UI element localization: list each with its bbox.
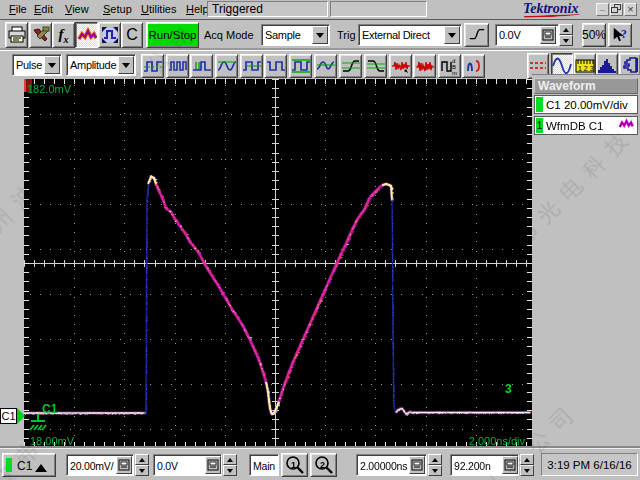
vertical-offset-field-spinner	[223, 454, 237, 476]
horizontal-scale-field-keypad-button[interactable]	[409, 456, 425, 474]
measure-group-select-value: Amplitude	[70, 59, 116, 71]
measure-button-meas-over[interactable]	[289, 54, 312, 78]
keypad-icon	[411, 459, 423, 471]
minimize-button[interactable]: _	[596, 3, 609, 16]
set-to-50-percent-button[interactable]: 50%	[582, 23, 606, 47]
horizontal-scale-field-spinner	[428, 454, 442, 476]
horizontal-position-field[interactable]: 92.200n	[450, 454, 519, 476]
measure-button-meas-neg[interactable]	[264, 54, 287, 78]
vertical-scale-field-spinner-up-button[interactable]	[135, 454, 149, 465]
mag1-view-button-digit: 1	[291, 460, 296, 470]
spin-up-icon	[139, 455, 145, 462]
menu-item-setup[interactable]: Setup	[102, 1, 133, 18]
toolbar-button-tools[interactable]	[29, 22, 52, 48]
meas-neg-icon	[266, 56, 286, 76]
acq-mode-select[interactable]: Sample	[261, 24, 330, 46]
minimize-icon: _	[600, 2, 605, 12]
vertical-offset-field-keypad-button[interactable]	[205, 456, 221, 474]
channel-color-stripe	[6, 458, 12, 472]
measure-button-meas-square1[interactable]	[141, 54, 164, 78]
measure-button-meas-round[interactable]	[215, 54, 238, 78]
waveform-list-row-2[interactable]: 1WfmDB C1	[534, 116, 638, 135]
meas-noise2-icon	[415, 56, 435, 76]
channel-select-button[interactable]: C1	[2, 453, 56, 477]
ruler-123-icon: 1 2 3	[575, 56, 595, 76]
measure-button-meas-mpulse[interactable]	[462, 54, 485, 78]
vertical-scale-field-spinner-down-button[interactable]	[135, 465, 149, 476]
run-stop-button[interactable]: Run/Stop	[146, 22, 199, 48]
vertical-scale-field-keypad-button[interactable]	[116, 456, 132, 474]
meas-square2-icon	[168, 56, 188, 76]
toolbar-button-pulse-fit[interactable]	[98, 22, 121, 48]
measure-group-select[interactable]: Amplitude	[66, 54, 136, 76]
horizontal-scale-field-spinner-down-button[interactable]	[428, 465, 442, 476]
horizontal-scale-field-spinner-up-button[interactable]	[428, 454, 442, 465]
horizontal-position-field-spinner-down-button[interactable]	[520, 465, 534, 476]
menu-item-edit[interactable]: Edit	[33, 1, 54, 18]
mag1-view-button[interactable]: 1	[281, 453, 308, 477]
trig-level-keypad-button[interactable]	[540, 26, 556, 44]
measure-button-meas-noise2[interactable]	[413, 54, 436, 78]
measure-button-meas-square2[interactable]	[166, 54, 189, 78]
measure-button-meas-dbm[interactable]: dBm	[438, 54, 461, 78]
waveform-list-row-1[interactable]: C1 20.00mV/div	[534, 95, 638, 114]
menu-item-help[interactable]: Help	[185, 1, 210, 18]
mag2-view-button-digit: 2	[320, 460, 325, 470]
rising-slope-icon	[467, 26, 487, 44]
close-icon: ×	[627, 3, 633, 15]
svg-text:m: m	[452, 70, 457, 76]
context-help-button[interactable]: ?	[608, 23, 632, 47]
restore-button[interactable]	[610, 3, 623, 16]
vertical-offset-field[interactable]: 0.0V	[153, 454, 222, 476]
channel-position-marker[interactable]: C1	[0, 408, 24, 424]
trig-source-select-dropdown-button[interactable]	[444, 26, 460, 44]
trig-level-spinner-up-button[interactable]	[559, 24, 573, 35]
vertical-offset-field-spinner-up-button[interactable]	[223, 454, 237, 465]
trig-slope-button[interactable]	[464, 23, 489, 47]
vertical-offset-field-spinner-down-button[interactable]	[223, 465, 237, 476]
measure-button-meas-noise1[interactable]	[389, 54, 412, 78]
measure-button-meas-fall[interactable]	[364, 54, 387, 78]
toolbar-button-fx[interactable]: fx	[52, 22, 75, 48]
ground-reference-icon	[27, 413, 49, 437]
measure-button-meas-round2[interactable]	[314, 54, 337, 78]
channel-marker-arrow-icon	[17, 408, 25, 424]
horizontal-position-field-spinner-up-button[interactable]	[520, 454, 534, 465]
horizontal-position-field-spinner	[520, 454, 534, 476]
mag2-view-button[interactable]: 2	[310, 453, 337, 477]
chevron-down-icon	[122, 63, 130, 72]
menu-item-utilities[interactable]: Utilities	[140, 1, 177, 18]
measure-category-select[interactable]: Pulse	[12, 54, 62, 76]
bottom-scale-readout: 18.00mV	[30, 436, 74, 447]
measure-group-select-dropdown-button[interactable]	[118, 56, 134, 74]
toolbar-button-printer[interactable]	[5, 22, 28, 48]
clock-display: 3:19 PM 6/16/16	[541, 453, 638, 476]
acq-mode-select-dropdown-button[interactable]	[312, 26, 328, 44]
toolbar-button-purple-wave[interactable]	[75, 22, 98, 48]
vertical-scale-field-spinner	[135, 454, 149, 476]
aux-status-box	[330, 1, 427, 17]
menu-item-view[interactable]: View	[64, 1, 90, 18]
main-timebase-button[interactable]: Main	[249, 454, 279, 476]
waveform-row-color-stripe	[536, 97, 543, 112]
spin-up-icon	[524, 455, 530, 462]
measure-button-meas-burst[interactable]	[190, 54, 213, 78]
svg-text:?: ?	[621, 28, 627, 41]
measure-button-meas-rise[interactable]	[339, 54, 362, 78]
close-button[interactable]: ×	[624, 3, 637, 16]
spin-down-icon	[139, 469, 145, 476]
vertical-scale-field[interactable]: 20.00mV/	[66, 454, 134, 476]
horizontal-position-field-keypad-button[interactable]	[502, 456, 518, 474]
keypad-icon	[118, 459, 130, 471]
horizontal-scale-field[interactable]: 2.00000ns	[356, 454, 427, 476]
trig-level-spinner-down-button[interactable]	[559, 35, 573, 46]
trig-source-select[interactable]: External Direct	[358, 24, 462, 46]
trig-level-field[interactable]: 0.0V	[495, 24, 559, 46]
measure-category-select-dropdown-button[interactable]	[44, 56, 60, 74]
tools-icon	[31, 25, 51, 45]
menu-item-file[interactable]: File	[8, 1, 28, 18]
toolbar-button-letter-c[interactable]: C	[121, 22, 143, 48]
top-scale-readout: 182.0mV	[27, 84, 71, 95]
meas-rise-icon	[341, 56, 361, 76]
measure-button-meas-flat[interactable]	[240, 54, 263, 78]
